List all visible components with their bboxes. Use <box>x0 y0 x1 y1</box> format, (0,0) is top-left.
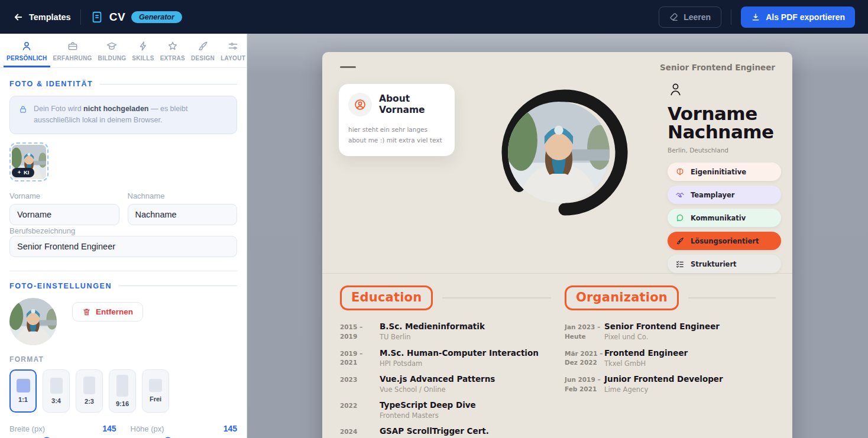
section-rule <box>442 297 551 299</box>
generator-badge: Generator <box>131 11 182 23</box>
format-options: 1:1 3:4 2:3 9:16 Frei <box>9 369 237 413</box>
star-icon <box>167 40 179 52</box>
tab-layout[interactable]: LAYOUT <box>218 34 247 67</box>
entry-date: 2024 <box>340 426 380 438</box>
topbar-divider <box>80 9 81 25</box>
tab-label: EXTRAS <box>160 55 185 61</box>
section-rule <box>100 84 237 85</box>
graduation-cap-icon <box>106 40 118 52</box>
format-option-3-4[interactable]: 3:4 <box>43 369 70 413</box>
entry-org: Vue School / Online <box>380 385 551 394</box>
ki-badge: KI <box>12 168 34 177</box>
entry-date: 2019 – 2021 <box>340 348 380 368</box>
entry-title: M.Sc. Human-Computer Interaction <box>380 348 551 358</box>
entry-org: Frontend Masters <box>380 411 551 420</box>
sparkle-icon <box>17 170 22 175</box>
education-entry: 2015 – 2019 B.Sc. MedieninformatikTU Ber… <box>340 322 551 342</box>
clear-button[interactable]: Leeren <box>659 7 721 28</box>
section-title-foto-einstellungen: FOTO-EINSTELLUNGEN <box>9 282 112 290</box>
nachname-field[interactable] <box>128 204 238 225</box>
document-icon <box>90 11 103 24</box>
about-icon-circle <box>348 93 372 116</box>
education-section: Education 2015 – 2019 B.Sc. Medieninform… <box>340 285 551 438</box>
education-entry: 2019 – 2021 M.Sc. Human-Computer Interac… <box>340 348 551 368</box>
photo-ring <box>497 85 632 220</box>
section-rule <box>688 297 776 299</box>
tab-extras[interactable]: EXTRAS <box>157 34 188 67</box>
badge-kommunikativ: Kommunikativ <box>668 209 781 227</box>
entry-org: TU Berlin <box>380 333 551 341</box>
organization-entry: Jan 2023 – Heute Senior Frontend Enginee… <box>565 322 776 342</box>
entry-title: Vue.js Advanced Patterns <box>380 374 551 384</box>
person-outline-icon <box>668 82 684 98</box>
cv-dash-decoration <box>340 66 356 68</box>
format-option-9-16[interactable]: 9:16 <box>109 369 136 413</box>
export-pdf-button[interactable]: Als PDF exportieren <box>741 7 855 28</box>
berufsbezeichnung-field[interactable] <box>9 236 237 257</box>
privacy-text: Dein Foto wird nicht hochgeladen — es bl… <box>34 103 228 126</box>
tab-persoenlich[interactable]: PERSÖNLICH <box>4 34 50 67</box>
speech-bubble-icon <box>675 213 685 223</box>
entry-title: Senior Frontend Engineer <box>604 322 776 331</box>
persoenlich-pane: FOTO & IDENTITÄT Dein Foto wird nicht ho… <box>0 68 247 438</box>
tab-skills[interactable]: SKILLS <box>129 34 157 67</box>
tab-label: BILDUNG <box>98 55 127 61</box>
cv-location: Berlin, Deutschland <box>668 147 781 154</box>
badge-eigeninitiative: Eigeninitiative <box>668 163 781 181</box>
pane-divider <box>9 271 237 271</box>
download-icon <box>751 12 760 22</box>
remove-photo-label: Entfernen <box>96 307 133 316</box>
vorname-field[interactable] <box>9 204 119 225</box>
skill-badges: Eigeninitiative Teamplayer Kommunikativ … <box>668 163 781 273</box>
aspect-shape <box>149 379 162 392</box>
tab-label: ERFAHRUNG <box>53 55 92 61</box>
width-slider-group: Breite (px) 145 <box>9 424 116 438</box>
entry-date: 2023 <box>340 374 380 394</box>
tab-erfahrung[interactable]: ERFAHRUNG <box>50 34 95 67</box>
person-icon <box>21 40 33 52</box>
height-label: Höhe (px) <box>131 424 164 433</box>
about-title: About Vorname <box>379 93 420 116</box>
app-title: CV <box>109 11 125 24</box>
vorname-label: Vorname <box>9 192 119 200</box>
sidebar: PERSÖNLICH ERFAHRUNG BILDUNG SKILLS EXTR… <box>0 34 247 438</box>
briefcase-icon <box>67 40 79 52</box>
education-entry: 2024 GSAP ScrollTrigger Cert.GreenSock /… <box>340 426 551 438</box>
badge-strukturiert: Strukturiert <box>668 255 781 273</box>
entry-title: B.Sc. Medieninformatik <box>380 322 551 331</box>
handshake-icon <box>675 190 685 200</box>
lock-icon <box>18 105 28 114</box>
tab-label: LAYOUT <box>221 55 245 61</box>
lightning-icon <box>137 40 149 52</box>
user-circle-icon <box>354 98 367 111</box>
back-to-templates-link[interactable]: Templates <box>13 12 71 22</box>
tab-design[interactable]: DESIGN <box>188 34 218 67</box>
cv-preview-card: Senior Frontend Engineer About Vorname h… <box>322 52 792 438</box>
entry-date: Jan 2023 – Heute <box>565 322 604 342</box>
cv-job-title: Senior Frontend Engineer <box>660 63 775 72</box>
back-arrow-icon <box>13 12 24 22</box>
format-label: FORMAT <box>9 355 237 364</box>
section-title-foto-identitaet: FOTO & IDENTITÄT <box>9 80 93 88</box>
format-option-2-3[interactable]: 2:3 <box>76 369 103 413</box>
about-text: hier steht ein sehr langes about me :) m… <box>348 124 445 146</box>
remove-photo-button[interactable]: Entfernen <box>72 302 143 322</box>
entry-title: GSAP ScrollTrigger Cert. <box>380 426 551 436</box>
tab-bildung[interactable]: BILDUNG <box>95 34 129 67</box>
avatar <box>508 102 610 203</box>
width-label: Breite (px) <box>9 424 45 433</box>
export-label: Als PDF exportieren <box>766 12 845 22</box>
clear-label: Leeren <box>684 12 711 22</box>
organization-section: Organization Jan 2023 – Heute Senior Fro… <box>565 285 776 401</box>
organization-section-label: Organization <box>565 285 679 310</box>
entry-title: Frontend Engineer <box>604 348 776 358</box>
eraser-icon <box>669 12 679 22</box>
format-option-1-1[interactable]: 1:1 <box>9 369 37 413</box>
photo-upload-thumbnail[interactable]: KI <box>9 142 48 181</box>
height-value: 145 <box>224 424 237 433</box>
entry-org: HPI Potsdam <box>380 359 551 368</box>
sliders-icon <box>227 40 239 52</box>
tab-label: SKILLS <box>132 55 154 61</box>
format-option-frei[interactable]: Frei <box>142 369 169 413</box>
badge-loesungsorientiert: Lösungsorientiert <box>668 232 781 250</box>
